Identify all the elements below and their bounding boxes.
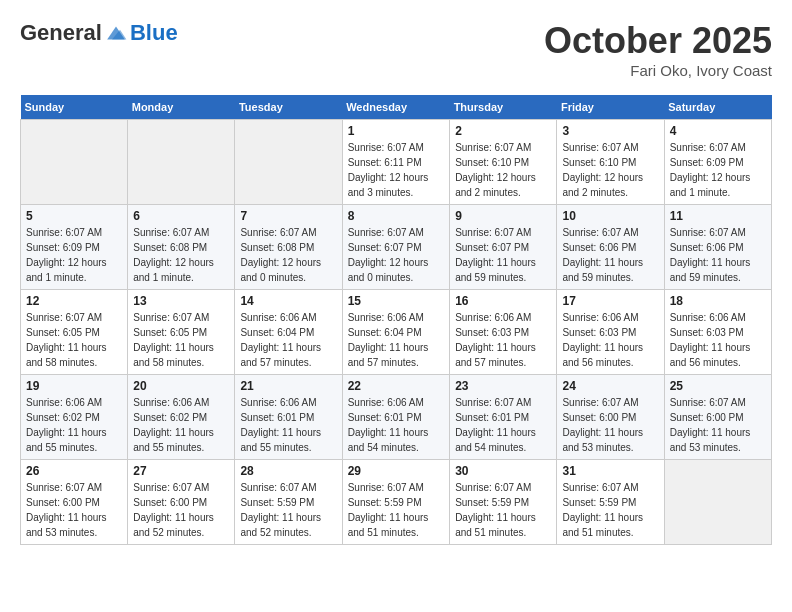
day-info: Sunrise: 6:06 AMSunset: 6:04 PMDaylight:…	[348, 310, 444, 370]
day-info: Sunrise: 6:07 AMSunset: 6:00 PMDaylight:…	[26, 480, 122, 540]
day-number: 2	[455, 124, 551, 138]
day-info: Sunrise: 6:07 AMSunset: 5:59 PMDaylight:…	[240, 480, 336, 540]
weekday-header-saturday: Saturday	[664, 95, 771, 120]
calendar-cell: 2Sunrise: 6:07 AMSunset: 6:10 PMDaylight…	[450, 120, 557, 205]
page-header: General Blue October 2025 Fari Oko, Ivor…	[20, 20, 772, 79]
day-info: Sunrise: 6:07 AMSunset: 6:07 PMDaylight:…	[455, 225, 551, 285]
day-number: 23	[455, 379, 551, 393]
day-info: Sunrise: 6:06 AMSunset: 6:02 PMDaylight:…	[133, 395, 229, 455]
calendar-cell: 10Sunrise: 6:07 AMSunset: 6:06 PMDayligh…	[557, 205, 664, 290]
day-info: Sunrise: 6:06 AMSunset: 6:03 PMDaylight:…	[562, 310, 658, 370]
calendar-cell: 26Sunrise: 6:07 AMSunset: 6:00 PMDayligh…	[21, 460, 128, 545]
day-info: Sunrise: 6:07 AMSunset: 6:00 PMDaylight:…	[133, 480, 229, 540]
day-info: Sunrise: 6:06 AMSunset: 6:04 PMDaylight:…	[240, 310, 336, 370]
day-number: 18	[670, 294, 766, 308]
day-info: Sunrise: 6:07 AMSunset: 6:06 PMDaylight:…	[670, 225, 766, 285]
day-info: Sunrise: 6:07 AMSunset: 6:09 PMDaylight:…	[670, 140, 766, 200]
day-number: 7	[240, 209, 336, 223]
day-number: 25	[670, 379, 766, 393]
weekday-header-tuesday: Tuesday	[235, 95, 342, 120]
calendar-cell: 25Sunrise: 6:07 AMSunset: 6:00 PMDayligh…	[664, 375, 771, 460]
month-title: October 2025	[544, 20, 772, 62]
calendar-cell: 8Sunrise: 6:07 AMSunset: 6:07 PMDaylight…	[342, 205, 449, 290]
day-number: 22	[348, 379, 444, 393]
week-row-5: 26Sunrise: 6:07 AMSunset: 6:00 PMDayligh…	[21, 460, 772, 545]
logo-icon	[104, 23, 128, 43]
calendar-cell: 4Sunrise: 6:07 AMSunset: 6:09 PMDaylight…	[664, 120, 771, 205]
day-info: Sunrise: 6:07 AMSunset: 6:10 PMDaylight:…	[562, 140, 658, 200]
week-row-3: 12Sunrise: 6:07 AMSunset: 6:05 PMDayligh…	[21, 290, 772, 375]
day-number: 8	[348, 209, 444, 223]
calendar-cell	[128, 120, 235, 205]
day-info: Sunrise: 6:07 AMSunset: 6:01 PMDaylight:…	[455, 395, 551, 455]
logo-blue-text: Blue	[130, 20, 178, 46]
day-info: Sunrise: 6:07 AMSunset: 6:05 PMDaylight:…	[133, 310, 229, 370]
day-info: Sunrise: 6:07 AMSunset: 6:11 PMDaylight:…	[348, 140, 444, 200]
day-info: Sunrise: 6:07 AMSunset: 6:08 PMDaylight:…	[133, 225, 229, 285]
logo-general-text: General	[20, 20, 102, 46]
calendar-cell: 7Sunrise: 6:07 AMSunset: 6:08 PMDaylight…	[235, 205, 342, 290]
calendar-cell: 17Sunrise: 6:06 AMSunset: 6:03 PMDayligh…	[557, 290, 664, 375]
calendar-cell: 11Sunrise: 6:07 AMSunset: 6:06 PMDayligh…	[664, 205, 771, 290]
day-number: 10	[562, 209, 658, 223]
logo: General Blue	[20, 20, 178, 46]
day-number: 6	[133, 209, 229, 223]
week-row-4: 19Sunrise: 6:06 AMSunset: 6:02 PMDayligh…	[21, 375, 772, 460]
weekday-header-monday: Monday	[128, 95, 235, 120]
calendar-cell: 21Sunrise: 6:06 AMSunset: 6:01 PMDayligh…	[235, 375, 342, 460]
calendar-cell: 13Sunrise: 6:07 AMSunset: 6:05 PMDayligh…	[128, 290, 235, 375]
day-number: 27	[133, 464, 229, 478]
day-info: Sunrise: 6:07 AMSunset: 6:08 PMDaylight:…	[240, 225, 336, 285]
calendar-cell: 5Sunrise: 6:07 AMSunset: 6:09 PMDaylight…	[21, 205, 128, 290]
calendar-cell: 9Sunrise: 6:07 AMSunset: 6:07 PMDaylight…	[450, 205, 557, 290]
day-number: 24	[562, 379, 658, 393]
week-row-1: 1Sunrise: 6:07 AMSunset: 6:11 PMDaylight…	[21, 120, 772, 205]
day-number: 3	[562, 124, 658, 138]
calendar-cell: 6Sunrise: 6:07 AMSunset: 6:08 PMDaylight…	[128, 205, 235, 290]
day-info: Sunrise: 6:07 AMSunset: 6:00 PMDaylight:…	[562, 395, 658, 455]
calendar-cell: 18Sunrise: 6:06 AMSunset: 6:03 PMDayligh…	[664, 290, 771, 375]
calendar-cell: 29Sunrise: 6:07 AMSunset: 5:59 PMDayligh…	[342, 460, 449, 545]
day-number: 30	[455, 464, 551, 478]
calendar-cell: 12Sunrise: 6:07 AMSunset: 6:05 PMDayligh…	[21, 290, 128, 375]
day-info: Sunrise: 6:07 AMSunset: 6:09 PMDaylight:…	[26, 225, 122, 285]
weekday-header-sunday: Sunday	[21, 95, 128, 120]
day-number: 29	[348, 464, 444, 478]
day-number: 14	[240, 294, 336, 308]
day-info: Sunrise: 6:06 AMSunset: 6:01 PMDaylight:…	[240, 395, 336, 455]
weekday-header-friday: Friday	[557, 95, 664, 120]
day-number: 16	[455, 294, 551, 308]
day-info: Sunrise: 6:07 AMSunset: 6:10 PMDaylight:…	[455, 140, 551, 200]
calendar: SundayMondayTuesdayWednesdayThursdayFrid…	[20, 95, 772, 545]
day-info: Sunrise: 6:06 AMSunset: 6:02 PMDaylight:…	[26, 395, 122, 455]
calendar-cell	[664, 460, 771, 545]
day-number: 19	[26, 379, 122, 393]
day-number: 12	[26, 294, 122, 308]
calendar-cell: 31Sunrise: 6:07 AMSunset: 5:59 PMDayligh…	[557, 460, 664, 545]
week-row-2: 5Sunrise: 6:07 AMSunset: 6:09 PMDaylight…	[21, 205, 772, 290]
calendar-cell: 20Sunrise: 6:06 AMSunset: 6:02 PMDayligh…	[128, 375, 235, 460]
calendar-cell: 28Sunrise: 6:07 AMSunset: 5:59 PMDayligh…	[235, 460, 342, 545]
day-number: 15	[348, 294, 444, 308]
day-number: 11	[670, 209, 766, 223]
weekday-header-row: SundayMondayTuesdayWednesdayThursdayFrid…	[21, 95, 772, 120]
day-number: 26	[26, 464, 122, 478]
calendar-cell: 16Sunrise: 6:06 AMSunset: 6:03 PMDayligh…	[450, 290, 557, 375]
calendar-cell: 15Sunrise: 6:06 AMSunset: 6:04 PMDayligh…	[342, 290, 449, 375]
day-info: Sunrise: 6:06 AMSunset: 6:03 PMDaylight:…	[670, 310, 766, 370]
day-number: 9	[455, 209, 551, 223]
day-number: 20	[133, 379, 229, 393]
calendar-cell: 22Sunrise: 6:06 AMSunset: 6:01 PMDayligh…	[342, 375, 449, 460]
calendar-cell: 3Sunrise: 6:07 AMSunset: 6:10 PMDaylight…	[557, 120, 664, 205]
day-number: 17	[562, 294, 658, 308]
weekday-header-wednesday: Wednesday	[342, 95, 449, 120]
calendar-cell	[21, 120, 128, 205]
calendar-cell: 19Sunrise: 6:06 AMSunset: 6:02 PMDayligh…	[21, 375, 128, 460]
day-info: Sunrise: 6:07 AMSunset: 5:59 PMDaylight:…	[348, 480, 444, 540]
day-number: 1	[348, 124, 444, 138]
calendar-cell: 24Sunrise: 6:07 AMSunset: 6:00 PMDayligh…	[557, 375, 664, 460]
weekday-header-thursday: Thursday	[450, 95, 557, 120]
calendar-cell: 27Sunrise: 6:07 AMSunset: 6:00 PMDayligh…	[128, 460, 235, 545]
day-info: Sunrise: 6:06 AMSunset: 6:03 PMDaylight:…	[455, 310, 551, 370]
day-info: Sunrise: 6:07 AMSunset: 6:05 PMDaylight:…	[26, 310, 122, 370]
